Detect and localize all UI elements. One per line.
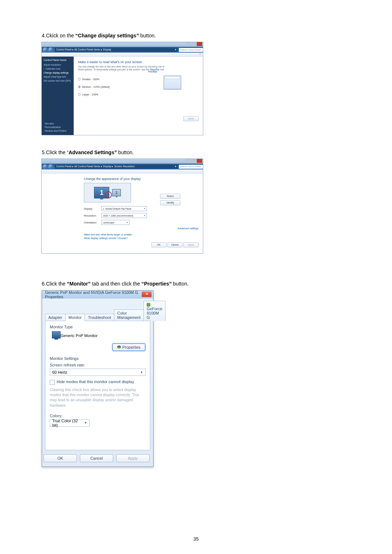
minimize-icon[interactable]	[185, 42, 191, 46]
tab-geforce[interactable]: GeForce 9100M G	[143, 301, 166, 321]
dialog-titlebar: Generic PnP Monitor and NVIDIA GeForce 9…	[42, 291, 153, 299]
monitor-settings-header: Monitor Settings	[50, 356, 146, 361]
dialog-footer: OK Cancel Apply	[42, 451, 153, 467]
colors-label: Colors:	[50, 414, 146, 418]
tab-panel-monitor: Monitor Type Generic PnP Monitor Propert…	[45, 321, 150, 450]
tab-color-management[interactable]: Color Management	[114, 309, 144, 321]
breadcrumb[interactable]: Control Panel ▸ All Control Panel Items …	[55, 48, 178, 52]
search-input[interactable]: Search Control Panel	[179, 165, 203, 169]
sidebar-header: Control Panel Home	[44, 59, 72, 61]
monitor-icon	[52, 331, 61, 340]
tab-monitor[interactable]: Monitor	[65, 314, 85, 321]
screenshot-screen-resolution: Control Panel ▸ All Control Panel Items …	[42, 159, 203, 253]
nav-forward-icon[interactable]	[48, 164, 53, 169]
cancel-button[interactable]: Cancel	[80, 454, 113, 462]
screenshot-monitor-properties: Generic PnP Monitor and NVIDIA GeForce 9…	[42, 290, 154, 467]
sidebar: Control Panel Home Adjust resolution Cal…	[42, 57, 74, 135]
monitor-2-icon[interactable]: 2	[112, 189, 121, 196]
ok-button[interactable]: OK	[44, 454, 77, 462]
resolution-field: Resolution: 1920 × 1080 (recommended)▼	[84, 213, 199, 218]
sidebar-calibrate-color[interactable]: Calibrate color	[44, 67, 72, 70]
monitor-1-icon[interactable]: 1	[94, 187, 109, 198]
tab-adapter[interactable]: Adapter	[45, 314, 66, 321]
preview-label: Preview	[148, 70, 157, 73]
nvidia-icon	[147, 303, 150, 307]
shield-icon	[117, 345, 121, 349]
step-5-text: 5.Click the “Advanced Settings” button.	[42, 149, 352, 155]
resolution-select[interactable]: 1920 × 1080 (recommended)▼	[101, 213, 147, 218]
sidebar-personalization-link[interactable]: Personalization	[45, 126, 66, 128]
which-settings-link[interactable]: What display settings should I choose?	[84, 237, 199, 239]
display-field: Display: 1. Nvidia Default Flat Panel▼	[84, 206, 199, 211]
cancel-button[interactable]: Cancel	[167, 242, 183, 247]
page-title: Change the appearance of your display	[84, 177, 199, 181]
window-titlebar	[42, 159, 203, 164]
tab-troubleshoot[interactable]: Troubleshoot	[85, 314, 114, 321]
identify-button[interactable]: Identify	[160, 200, 180, 205]
ok-button[interactable]: OK	[151, 242, 167, 247]
dialog-title: Generic PnP Monitor and NVIDIA GeForce 9…	[45, 290, 150, 299]
nav-back-icon[interactable]	[43, 48, 48, 52]
size-option-larger[interactable]: Larger - 150%	[78, 93, 199, 96]
refresh-rate-select[interactable]: 60 Hertz▼	[50, 369, 146, 376]
sidebar-custom-text-size[interactable]: Set custom text size (DPI)	[44, 79, 72, 82]
step-6-text: 6.Click the “Monitor” tab and then click…	[42, 281, 352, 287]
minimize-icon[interactable]	[185, 159, 191, 163]
search-input[interactable]: Search Control Panel	[179, 48, 203, 52]
orientation-select[interactable]: Landscape▼	[101, 220, 130, 225]
sidebar-change-display-settings[interactable]: Change display settings	[44, 71, 72, 74]
window-titlebar	[42, 42, 203, 47]
colors-select[interactable]: True Color (32 bit)▼	[50, 419, 90, 427]
close-icon[interactable]	[197, 159, 202, 163]
properties-button[interactable]: Properties	[112, 343, 146, 351]
sidebar-adjust-resolution[interactable]: Adjust resolution	[44, 63, 72, 66]
screenshot-display-size: Control Panel ▸ All Control Panel Items …	[42, 42, 203, 135]
toolbar	[42, 169, 203, 173]
maximize-icon[interactable]	[191, 159, 196, 163]
orientation-field: Orientation: Landscape▼	[84, 220, 199, 225]
radio-icon	[78, 78, 81, 81]
sidebar-see-also: See also Personalization Devices and Pri…	[45, 121, 66, 132]
apply-button[interactable]: Apply	[183, 116, 199, 121]
nav-back-icon[interactable]	[43, 164, 48, 169]
display-select[interactable]: 1. Nvidia Default Flat Panel▼	[101, 206, 147, 211]
detect-button[interactable]: Detect	[160, 194, 180, 199]
apply-button[interactable]: Apply	[116, 454, 150, 462]
breadcrumb[interactable]: Control Panel ▸ All Control Panel Items …	[55, 165, 178, 169]
close-icon[interactable]	[197, 42, 202, 46]
radio-icon	[78, 86, 81, 88]
step-4-text: 4.Ckick on the “Change display settings”…	[42, 33, 352, 38]
page-title: Make it easier to read what's on your sc…	[78, 60, 199, 64]
address-bar: Control Panel ▸ All Control Panel Items …	[42, 47, 203, 53]
apply-button[interactable]: Apply	[183, 242, 199, 247]
sidebar-cleartype[interactable]: Adjust ClearType text	[44, 75, 72, 78]
make-larger-link[interactable]: Make text and other items larger or smal…	[84, 233, 199, 236]
hide-modes-help: Clearing this check box allows you to se…	[50, 387, 146, 408]
maximize-icon[interactable]	[191, 42, 196, 46]
tab-strip: Adapter Monitor Troubleshoot Color Manag…	[42, 299, 153, 321]
monitor-type-header: Monitor Type	[50, 325, 146, 329]
help-icon[interactable]: ?	[42, 53, 203, 57]
hide-modes-checkbox[interactable]: Hide modes that this monitor cannot disp…	[50, 379, 146, 385]
checkbox-icon	[50, 380, 55, 385]
preview-thumbnail	[164, 75, 181, 89]
main-panel: Make it easier to read what's on your sc…	[74, 57, 203, 135]
address-bar: Control Panel ▸ All Control Panel Items …	[42, 164, 203, 169]
monitor-preview[interactable]: 1 2	[84, 183, 131, 202]
page-number: 35	[0, 536, 392, 542]
close-icon[interactable]: ✕	[142, 291, 152, 297]
nav-forward-icon[interactable]	[48, 48, 53, 52]
radio-icon	[78, 93, 81, 96]
advanced-settings-link[interactable]: Advanced settings	[84, 227, 199, 230]
monitor-name: Generic PnP Monitor	[61, 333, 98, 338]
sidebar-devices-printers-link[interactable]: Devices and Printers	[45, 130, 66, 132]
main-panel: Change the appearance of your display 1 …	[42, 173, 203, 253]
refresh-rate-label: Screen refresh rate:	[50, 363, 146, 367]
